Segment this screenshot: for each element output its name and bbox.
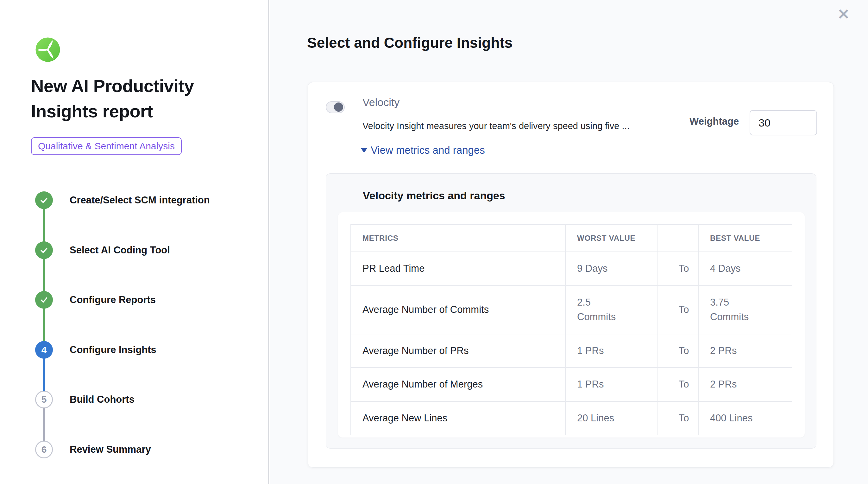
worst-value: 9 Days xyxy=(565,252,658,286)
step-indicator-cohorts[interactable]: 5 xyxy=(35,391,53,409)
best-value-text: 3.75 Commits xyxy=(710,295,757,325)
step-indicator-ai-tool[interactable] xyxy=(35,241,53,259)
report-title: New AI Productivity Insights report xyxy=(31,73,234,124)
to-label: To xyxy=(658,252,698,286)
worst-value-text: 1 PRs xyxy=(577,344,604,358)
step-number: 4 xyxy=(41,345,47,355)
best-value: 2 PRs xyxy=(698,334,792,368)
step-indicator-insights[interactable]: 4 xyxy=(35,341,53,359)
toggle-knob xyxy=(334,102,343,112)
worst-value: 2.5 Commits xyxy=(565,286,658,334)
step-number: 5 xyxy=(41,394,47,405)
table-row: Average Number of Commits 2.5 Commits To… xyxy=(351,286,792,334)
to-label: To xyxy=(658,367,698,401)
check-icon xyxy=(39,295,49,304)
best-value-text: 2 PRs xyxy=(710,377,737,392)
analysis-type-badge: Qualitative & Sentiment Analysis xyxy=(31,137,182,155)
velocity-toggle[interactable] xyxy=(326,101,345,113)
table-header-row: Metrics Worst Value Best Value xyxy=(351,225,792,252)
to-label: To xyxy=(658,334,698,368)
worst-value-text: 2.5 Commits xyxy=(577,295,625,325)
metric-name: Average Number of Commits xyxy=(351,286,565,334)
velocity-insight-card: Velocity Velocity Insight measures your … xyxy=(308,82,834,467)
table-row: PR Lead Time 9 Days To 4 Days xyxy=(351,252,792,286)
insight-name: Velocity xyxy=(363,96,400,108)
step-indicator-summary[interactable]: 6 xyxy=(35,441,53,458)
best-value-text: 2 PRs xyxy=(710,344,737,358)
metrics-panel-title: Velocity metrics and ranges xyxy=(363,190,505,202)
metric-name: PR Lead Time xyxy=(351,252,565,286)
col-header-worst-value: Worst Value xyxy=(565,225,658,252)
best-value: 400 Lines xyxy=(698,401,792,435)
app-window: New AI Productivity Insights report Qual… xyxy=(0,0,868,484)
step-label-insights[interactable]: Configure Insights xyxy=(70,343,156,356)
view-metrics-link-label: View metrics and ranges xyxy=(371,144,485,156)
caret-down-icon xyxy=(361,148,368,153)
table-row: Average Number of Merges 1 PRs To 2 PRs xyxy=(351,367,792,401)
weightage-label: Weightage xyxy=(689,116,739,127)
weightage-input[interactable] xyxy=(750,110,817,135)
to-label: To xyxy=(658,401,698,435)
worst-value-text: 1 PRs xyxy=(577,377,604,392)
step-indicator-scm[interactable] xyxy=(35,191,53,209)
best-value: 2 PRs xyxy=(698,367,792,401)
best-value: 4 Days xyxy=(698,252,792,286)
worst-value: 1 PRs xyxy=(565,334,658,368)
configure-insights-panel: ✕ Select and Configure Insights Velocity… xyxy=(270,0,868,484)
best-value: 3.75 Commits xyxy=(698,286,792,334)
worst-value-text: 9 Days xyxy=(577,261,608,276)
view-metrics-link[interactable]: View metrics and ranges xyxy=(361,144,485,156)
step-label-summary[interactable]: Review Summary xyxy=(70,443,151,456)
col-header-metrics: Metrics xyxy=(351,225,565,252)
step-label-ai-tool[interactable]: Select AI Coding Tool xyxy=(70,244,170,257)
best-value-text: 400 Lines xyxy=(710,411,752,426)
check-icon xyxy=(39,195,49,205)
worst-value: 1 PRs xyxy=(565,367,658,401)
step-number: 6 xyxy=(41,444,47,455)
propeller-logo-icon xyxy=(35,37,61,63)
col-header-best-value: Best Value xyxy=(698,225,792,252)
check-icon xyxy=(39,246,49,255)
worst-value: 20 Lines xyxy=(565,401,658,435)
metrics-table: Metrics Worst Value Best Value PR Lead T… xyxy=(350,224,792,435)
metric-name: Average Number of Merges xyxy=(351,367,565,401)
step-indicator-reports[interactable] xyxy=(35,291,53,309)
step-label-cohorts[interactable]: Build Cohorts xyxy=(70,393,134,406)
best-value-text: 4 Days xyxy=(710,261,740,276)
wizard-sidebar: New AI Productivity Insights report Qual… xyxy=(0,0,269,484)
worst-value-text: 20 Lines xyxy=(577,411,614,426)
table-row: Average Number of PRs 1 PRs To 2 PRs xyxy=(351,334,792,368)
col-header-spacer xyxy=(658,225,698,252)
metrics-ranges-panel: Velocity metrics and ranges Metrics Wors… xyxy=(326,173,816,449)
metrics-table-card: Metrics Worst Value Best Value PR Lead T… xyxy=(338,212,805,438)
panel-title: Select and Configure Insights xyxy=(307,34,513,51)
close-icon[interactable]: ✕ xyxy=(837,7,850,22)
to-label: To xyxy=(658,286,698,334)
metric-name: Average Number of PRs xyxy=(351,334,565,368)
metric-name: Average New Lines xyxy=(351,401,565,435)
insight-description: Velocity Insight measures your team's de… xyxy=(363,121,685,131)
step-label-scm[interactable]: Create/Select SCM integration xyxy=(70,194,210,207)
step-label-reports[interactable]: Configure Reports xyxy=(70,293,156,306)
table-row: Average New Lines 20 Lines To 400 Lines xyxy=(351,401,792,435)
